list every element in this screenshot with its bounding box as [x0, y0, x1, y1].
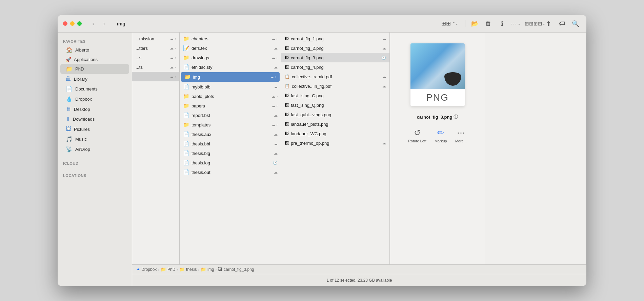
list-item-carnot3-selected[interactable]: 🖼 carnot_fig_3.png 🕐 [281, 53, 389, 62]
music-icon: 🎵 [66, 136, 73, 142]
info-button[interactable]: ℹ [497, 18, 507, 29]
forward-button[interactable]: › [99, 19, 109, 28]
rotate-left-label: Rotate Left [408, 139, 426, 143]
list-item[interactable]: 📝 defs.tex ☁ [180, 43, 281, 53]
close-button[interactable] [63, 21, 67, 26]
sidebar-label-downloads: Downloads [73, 117, 95, 122]
cloud-upload-icon: ☁ [382, 46, 386, 51]
cloud-upload-icon: ☁ [274, 46, 278, 51]
sidebar-item-music[interactable]: 🎵 Music [60, 134, 129, 144]
list-item[interactable]: 🖼 pre_thermo_op.png ☁ [281, 138, 389, 148]
sidebar-item-airdrop[interactable]: 📡 AirDrop [60, 144, 129, 154]
folder-icon: 📁 [183, 93, 189, 99]
list-item[interactable]: 📁 paolo_plots ☁ › [180, 92, 281, 101]
list-item[interactable]: 📄 thesis.blg ☁ [180, 148, 281, 158]
tag-button[interactable]: 🏷 [557, 18, 567, 29]
minimize-button[interactable] [70, 21, 75, 26]
list-item[interactable]: 📄 thesis.log 🕐 [180, 158, 281, 167]
breadcrumb-item-phd[interactable]: 📁 PhD [161, 267, 175, 272]
favorites-section-label: Favorites [58, 37, 132, 45]
share-button[interactable]: ⬆ [543, 18, 554, 29]
list-item[interactable]: ...mission ☁ › [132, 34, 179, 43]
list-item[interactable]: 🖼 landauer_plots.png [281, 119, 389, 129]
maximize-button[interactable] [77, 21, 82, 26]
sidebar-item-library[interactable]: 🏛 Library [60, 74, 129, 84]
sidebar-item-dropbox[interactable]: 💧 Dropbox [60, 94, 129, 104]
breadcrumb-bar: ✦ Dropbox › 📁 PhD › 📁 thesis › 📁 img [132, 264, 586, 274]
markup-button[interactable]: ✏ Markup [435, 128, 447, 143]
list-item[interactable]: ...tters ☁ › [132, 43, 179, 53]
list-item[interactable]: 📁 templates ☁ › [180, 120, 281, 129]
toolbar-right: ⊞⊞ ⌃⌄ 📂 🗑 ℹ ⋯ ⌄ ⊞⊞⊞⊞ ⌄ ⬆ [439, 18, 581, 29]
cloud-upload-icon: ☁ [382, 141, 386, 145]
main-content: Favorites 🏠 Alberto 🚀 Applications 📁 PhD… [58, 33, 586, 286]
list-item[interactable]: 🖼 fast_qubi...vings.png [281, 110, 389, 119]
list-item-img-selected[interactable]: 📁 img ☁ › [181, 72, 280, 82]
cloud-upload-icon: ☁ [382, 75, 386, 79]
list-item[interactable]: 📁 chapters ☁ › [180, 34, 281, 43]
folder-icon: 📁 [201, 267, 206, 272]
breadcrumb-item-thesis[interactable]: 📁 thesis [179, 267, 197, 272]
rotate-left-button[interactable]: ↺ Rotate Left [408, 128, 426, 143]
sidebar-item-alberto[interactable]: 🏠 Alberto [60, 45, 129, 55]
file-column-3: 🖼 carnot_fig_1.png ☁ 🖼 carnot_fig_2.png … [281, 33, 390, 264]
breadcrumb-item-img[interactable]: 📁 img [201, 267, 214, 272]
breadcrumb-item-file[interactable]: 🖼 carnot_fig_3.png [218, 267, 254, 272]
png-file-icon: 🖼 [285, 93, 289, 98]
more-button[interactable]: ⋯ More... [455, 128, 467, 143]
back-button[interactable]: ‹ [88, 19, 98, 28]
list-item[interactable]: 📋 collective...in_fig.pdf ☁ [281, 81, 389, 91]
list-item[interactable]: 🖼 carnot_fig_4.png [281, 62, 389, 72]
new-folder-button[interactable]: 📂 [469, 18, 480, 29]
sidebar-label-alberto: Alberto [75, 47, 89, 53]
sidebar-item-pictures[interactable]: 🖼 Pictures [60, 124, 129, 134]
cloud-upload-icon: ☁ [170, 56, 174, 60]
list-item[interactable]: ...s ☁ › [132, 53, 179, 62]
list-item[interactable]: 🖼 landauer_WC.png [281, 129, 389, 138]
list-item[interactable]: 🖼 carnot_fig_1.png ☁ [281, 34, 389, 43]
preview-icon-container: PNG [407, 41, 468, 108]
list-item[interactable]: 📄 thesis.bbl ☁ [180, 139, 281, 148]
blg-file-icon: 📄 [183, 150, 189, 156]
delete-button[interactable]: 🗑 [483, 18, 494, 29]
sidebar-label-desktop: Desktop [74, 107, 90, 112]
list-item[interactable]: 📄 thesis.out ☁ [180, 167, 281, 177]
dropbox-icon: 💧 [66, 96, 73, 102]
sidebar-item-documents[interactable]: 📄 Documents [60, 84, 129, 94]
sidebar-item-phd[interactable]: 📁 PhD [60, 64, 129, 74]
cloud-upload-icon: ☁ [270, 75, 274, 79]
list-item[interactable]: ...ts ☁ › [132, 62, 179, 72]
icloud-section-label: iCloud [58, 159, 132, 167]
chevron-right-icon: › [175, 65, 176, 69]
chevron-right-icon: › [175, 56, 176, 60]
list-item[interactable]: 📁 papers ☁ › [180, 101, 281, 111]
list-item[interactable]: 📄 ethidsc.sty ☁ [180, 62, 281, 72]
list-item[interactable]: 📄 thesis.aux ☁ [180, 129, 281, 139]
list-item[interactable]: 📄 mybib.bib ☁ [180, 82, 281, 92]
sidebar-label-dropbox: Dropbox [75, 97, 92, 102]
sidebar-item-downloads[interactable]: ⬇ Downloads [60, 114, 129, 124]
png-file-icon: 🖼 [285, 103, 289, 107]
list-item[interactable]: ☁ › [132, 72, 179, 81]
more-chevron-icon: ⌄ [518, 21, 521, 26]
preview-info-icon[interactable]: ⓘ [454, 114, 458, 120]
sidebar-item-desktop[interactable]: 🖥 Desktop [60, 104, 129, 114]
list-item[interactable]: 🖼 fast_ising_C.png [281, 91, 389, 100]
sidebar-label-airdrop: AirDrop [75, 147, 90, 152]
png-file-icon: 🖼 [285, 112, 289, 117]
more-circle-icon: ⋯ [457, 128, 465, 138]
cloud-upload-icon: ☁ [274, 85, 278, 89]
sidebar-item-applications[interactable]: 🚀 Applications [60, 55, 129, 64]
more-actions-button[interactable]: ⋯ ⌄ [510, 18, 521, 29]
view-switcher-button[interactable]: ⊞⊞⊞⊞ ⌄ [529, 18, 540, 29]
list-item[interactable]: 🖼 fast_ising_Q.png [281, 100, 389, 110]
out-file-icon: 📄 [183, 169, 189, 175]
list-item[interactable]: 📋 collective...ramid.pdf ☁ [281, 72, 389, 81]
search-button[interactable]: 🔍 [570, 18, 581, 29]
breadcrumb-sep-4: › [215, 267, 217, 272]
list-item[interactable]: 🖼 carnot_fig_2.png ☁ [281, 43, 389, 53]
breadcrumb-item-dropbox[interactable]: ✦ Dropbox [136, 267, 157, 272]
list-item[interactable]: 📄 report.bst ☁ [180, 111, 281, 120]
list-item[interactable]: 📁 drawings ☁ › [180, 53, 281, 62]
view-options-button[interactable]: ⊞⊞ ⌃⌄ [439, 18, 461, 29]
